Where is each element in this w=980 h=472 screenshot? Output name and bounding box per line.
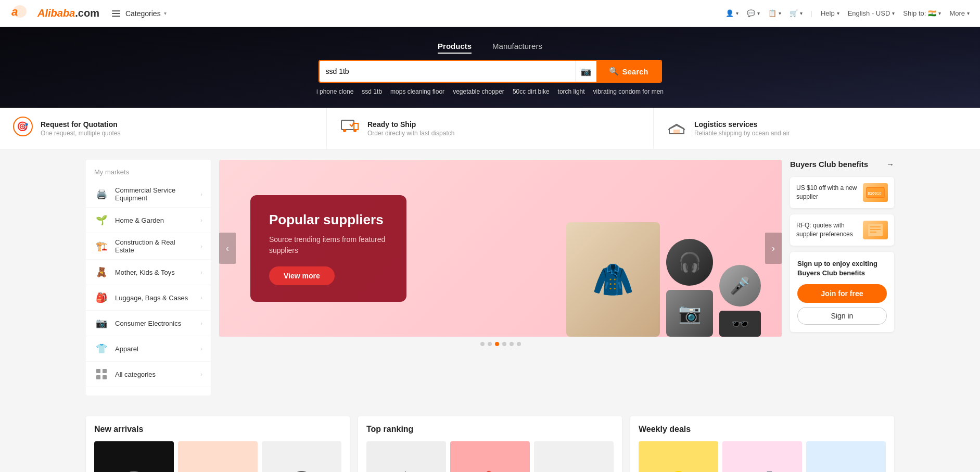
carousel-prev-button[interactable]: ‹ bbox=[219, 233, 236, 264]
orders-icon: 📋 bbox=[768, 9, 777, 17]
alibaba-logo-text[interactable]: Alibaba.com bbox=[37, 7, 99, 19]
service-rfq[interactable]: 🎯 Request for Quotation One request, mul… bbox=[0, 108, 327, 149]
mother-arrow-icon: › bbox=[200, 269, 202, 275]
language-nav-item[interactable]: English - USD ▾ bbox=[848, 9, 895, 17]
svg-text:-10: -10 bbox=[875, 191, 882, 196]
carousel-next-button[interactable]: › bbox=[765, 233, 782, 264]
weekly-deals-title: Weekly deals bbox=[639, 425, 886, 434]
search-input[interactable] bbox=[320, 61, 576, 82]
top-nav: a Alibaba.com Categories ▾ 👤 ▾ 💬 ▾ 📋 ▾ 🛒… bbox=[0, 0, 980, 27]
language-label: English - USD bbox=[848, 9, 890, 17]
svg-rect-7 bbox=[96, 369, 100, 373]
electronics-icon: 📷 bbox=[94, 316, 109, 330]
search-button[interactable]: 🔍 Search bbox=[596, 61, 660, 82]
sidebar-item-mother[interactable]: 🧸 Mother, Kids & Toys › bbox=[86, 260, 211, 285]
product-thumb-9[interactable]: 🧢 bbox=[534, 441, 614, 472]
sidebar-item-home[interactable]: 🌱 Home & Garden › bbox=[86, 208, 211, 233]
cart-nav-item[interactable]: 🛒 ▾ bbox=[790, 9, 803, 17]
benefit-card-discount[interactable]: US $10 off with a new supplier $100 -10 bbox=[790, 177, 894, 208]
messages-nav-item[interactable]: 💬 ▾ bbox=[747, 9, 760, 17]
hero-banner: Products Manufacturers 📷 🔍 Search i phon… bbox=[0, 27, 980, 108]
mother-label: Mother, Kids & Toys bbox=[115, 269, 194, 276]
product-thumb-14[interactable]: 💅 bbox=[722, 441, 802, 472]
categories-button[interactable]: Categories ▾ bbox=[108, 7, 171, 20]
suggestion-1[interactable]: i phone clone bbox=[316, 88, 353, 95]
home-arrow-icon: › bbox=[200, 217, 202, 223]
service-rts[interactable]: Ready to Ship Order directly with fast d… bbox=[327, 108, 654, 149]
benefit-rfq-icon bbox=[863, 221, 888, 239]
rts-title: Ready to Ship bbox=[367, 120, 454, 129]
carousel-products: 🧥 🎧 📷 🎤 🕶️ bbox=[566, 222, 761, 337]
carousel-title: Popular suppliers bbox=[269, 212, 388, 228]
commercial-label: Commercial Service Equipment bbox=[115, 186, 194, 202]
svg-rect-9 bbox=[96, 375, 100, 379]
sidebar-item-luggage[interactable]: 🎒 Luggage, Bags & Cases › bbox=[86, 285, 211, 311]
tab-products[interactable]: Products bbox=[438, 40, 472, 54]
home-icon: 🌱 bbox=[94, 213, 109, 227]
suggestion-7[interactable]: vibrating condom for men bbox=[593, 88, 664, 95]
camera-search-button[interactable]: 📷 bbox=[575, 61, 596, 82]
carousel-slide: Popular suppliers Source trending items … bbox=[219, 160, 782, 337]
carousel-dot-6[interactable] bbox=[517, 342, 521, 346]
commercial-arrow-icon: › bbox=[200, 191, 202, 197]
sidebar-item-electronics[interactable]: 📷 Consumer Electronics › bbox=[86, 311, 211, 336]
product-thumb-13[interactable]: 💡 bbox=[639, 441, 718, 472]
product-thumb-2[interactable]: 👡 bbox=[178, 441, 258, 472]
sidebar-item-all[interactable]: All categories › bbox=[86, 362, 211, 387]
svg-rect-10 bbox=[103, 375, 107, 379]
carousel-view-more-button[interactable]: View more bbox=[269, 266, 335, 285]
categories-chevron-icon: ▾ bbox=[164, 10, 167, 16]
more-nav-item[interactable]: More ▾ bbox=[949, 9, 970, 17]
more-chevron-icon: ▾ bbox=[967, 10, 970, 16]
carousel-container: Popular suppliers Source trending items … bbox=[219, 160, 782, 337]
carousel-dot-5[interactable] bbox=[510, 342, 514, 346]
carousel-dot-2[interactable] bbox=[488, 342, 492, 346]
new-arrivals-title: New arrivals bbox=[94, 425, 341, 434]
cart-chevron-icon: ▾ bbox=[800, 10, 803, 16]
help-nav-item[interactable]: Help ▾ bbox=[821, 9, 839, 17]
product-thumb-1[interactable]: 🎧 bbox=[94, 441, 174, 472]
suggestion-3[interactable]: mops cleaning floor bbox=[390, 88, 444, 95]
svg-rect-8 bbox=[103, 369, 107, 373]
sidebar-item-construction[interactable]: 🏗️ Construction & Real Estate › bbox=[86, 233, 211, 260]
categories-label: Categories bbox=[125, 9, 161, 18]
weekly-deals-grid: 💡 💅 🕶️ 🎮 💻 📸 bbox=[639, 441, 886, 472]
ship-to-label: Ship to: bbox=[903, 9, 926, 17]
join-free-button[interactable]: Join for free bbox=[797, 284, 887, 303]
benefit-discount-text: US $10 off with a new supplier bbox=[796, 184, 859, 201]
benefit-card-rfq[interactable]: RFQ: quotes with supplier preferences bbox=[790, 214, 894, 246]
luggage-arrow-icon: › bbox=[200, 295, 202, 301]
commercial-icon: 🖨️ bbox=[94, 187, 109, 201]
suggestion-6[interactable]: torch light bbox=[558, 88, 585, 95]
suggestion-2[interactable]: ssd 1tb bbox=[362, 88, 382, 95]
product-thumb-3[interactable]: 🎧 bbox=[262, 441, 341, 472]
carousel-dot-1[interactable] bbox=[480, 342, 485, 346]
service-logistics[interactable]: Logistics services Reliable shipping by … bbox=[654, 108, 980, 149]
weekly-deals-section: Weekly deals 💡 💅 🕶️ 🎮 💻 📸 bbox=[630, 416, 894, 472]
suggestion-4[interactable]: vegetable chopper bbox=[453, 88, 504, 95]
bottom-section: New arrivals 🎧 👡 🎧 🛴 💄 🧢 Top ranking 🛵 💄… bbox=[0, 406, 980, 472]
alibaba-logo-icon[interactable]: a bbox=[10, 4, 29, 22]
product-thumb-8[interactable]: 💄 bbox=[450, 441, 530, 472]
tab-manufacturers[interactable]: Manufacturers bbox=[492, 40, 542, 54]
buyers-club-arrow-icon[interactable]: → bbox=[886, 160, 894, 169]
right-panel: Buyers Club benefits → US $10 off with a… bbox=[790, 160, 894, 396]
product-thumb-7[interactable]: 🛵 bbox=[366, 441, 446, 472]
construction-icon: 🏗️ bbox=[94, 239, 109, 253]
ship-to-nav-item[interactable]: Ship to: 🇮🇳 ▾ bbox=[903, 9, 941, 17]
sign-in-button[interactable]: Sign in bbox=[797, 307, 887, 325]
sidebar-item-commercial[interactable]: 🖨️ Commercial Service Equipment › bbox=[86, 181, 211, 208]
orders-nav-item[interactable]: 📋 ▾ bbox=[768, 9, 781, 17]
suggestion-5[interactable]: 50cc dirt bike bbox=[513, 88, 550, 95]
luggage-icon: 🎒 bbox=[94, 290, 109, 305]
sidebar-item-apparel[interactable]: 👕 Apparel › bbox=[86, 336, 211, 362]
all-categories-icon bbox=[94, 367, 109, 381]
account-nav-item[interactable]: 👤 ▾ bbox=[726, 9, 739, 17]
rts-desc: Order directly with fast dispatch bbox=[367, 130, 454, 137]
carousel-dot-4[interactable] bbox=[502, 342, 506, 346]
nav-right: 👤 ▾ 💬 ▾ 📋 ▾ 🛒 ▾ | Help ▾ English - USD ▾… bbox=[726, 9, 970, 17]
carousel-dot-3[interactable] bbox=[495, 342, 499, 346]
construction-label: Construction & Real Estate bbox=[115, 238, 194, 254]
product-thumb-15[interactable]: 🕶️ bbox=[806, 441, 886, 472]
apparel-icon: 👕 bbox=[94, 341, 109, 356]
